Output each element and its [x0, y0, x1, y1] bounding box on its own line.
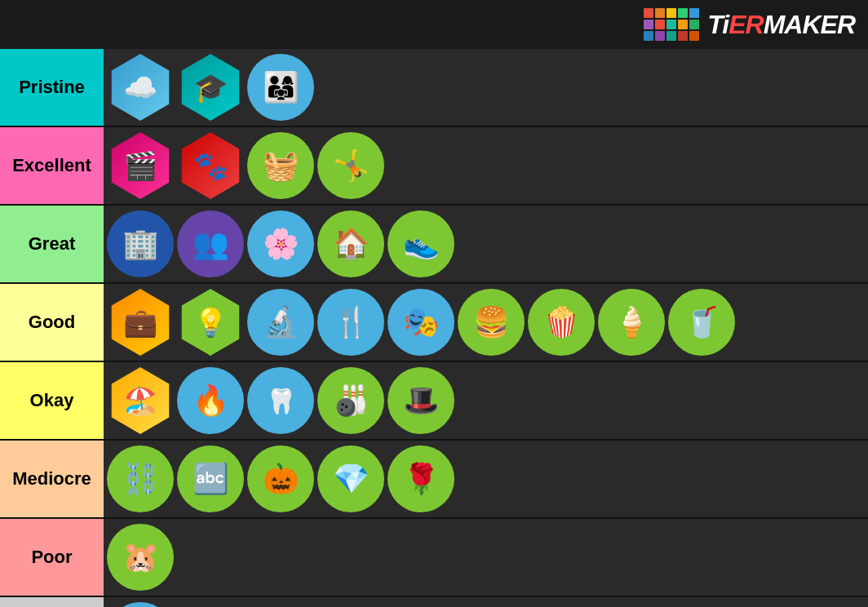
- tier-items-notowned: 📖: [104, 597, 868, 607]
- tier-row-notowned: Not Owned 📖: [0, 597, 868, 607]
- halloween-icon[interactable]: 🎃: [247, 445, 314, 512]
- icecream-icon[interactable]: 🍦: [598, 289, 665, 356]
- tier-label-excellent: Excellent: [0, 127, 104, 204]
- logo-cell: [689, 8, 699, 18]
- abc-icon[interactable]: 🔤: [177, 445, 244, 512]
- tier-label-poor: Poor: [0, 519, 104, 596]
- logo-cell: [689, 20, 699, 29]
- logo-cell: [666, 20, 676, 29]
- tiermaker-logo: TiERMAKER: [644, 8, 855, 41]
- tier-items-excellent: 🎬 🐾 🧺 🤸: [104, 127, 868, 204]
- popcorn-icon[interactable]: 🍿: [528, 289, 595, 356]
- tier-items-good: 💼 💡 🔬 🍴 🎭 🍔 🍿 🍦 🥤: [104, 284, 868, 361]
- logo-cell: [655, 31, 665, 41]
- science-icon[interactable]: 🔬: [247, 289, 314, 356]
- fitness-icon[interactable]: 👟: [388, 210, 454, 277]
- tier-label-great: Great: [0, 206, 104, 282]
- chain-icon[interactable]: ⛓️: [107, 445, 174, 512]
- logo-cell: [666, 8, 676, 18]
- tier-items-okay: 🏖️ 🔥 🦷 🎳 🎩: [104, 362, 868, 439]
- app-container: TiERMAKER Pristine ☁️ 🎓 👨‍👩‍👧 Excellent …: [0, 0, 868, 607]
- tier-label-okay: Okay: [0, 362, 104, 439]
- laundry-icon[interactable]: 🧺: [247, 132, 314, 199]
- family-icon[interactable]: 👨‍👩‍👧: [247, 54, 314, 121]
- logo-text: TiERMAKER: [707, 10, 855, 40]
- magic-icon[interactable]: 🎩: [388, 367, 454, 434]
- tier-row-okay: Okay 🏖️ 🔥 🦷 🎳 🎩: [0, 362, 868, 441]
- logo-cell: [644, 8, 653, 18]
- building-icon[interactable]: 🏢: [107, 210, 174, 277]
- rose-icon[interactable]: 🌹: [388, 445, 454, 512]
- weather-icon[interactable]: ☁️: [107, 54, 174, 121]
- tier-label-notowned: Not Owned: [0, 597, 104, 607]
- tier-list: Pristine ☁️ 🎓 👨‍👩‍👧 Excellent 🎬 🐾 🧺 🤸: [0, 49, 868, 607]
- tier-label-good: Good: [0, 284, 104, 361]
- tier-label-mediocre: Mediocre: [0, 441, 104, 517]
- film-icon[interactable]: 🎬: [107, 132, 174, 199]
- pets-icon[interactable]: 🐾: [177, 132, 244, 199]
- logo-cell: [689, 31, 699, 41]
- bonfire-icon[interactable]: 🔥: [177, 367, 244, 434]
- book-icon[interactable]: 📖: [107, 602, 174, 607]
- home-icon[interactable]: 🏠: [317, 210, 384, 277]
- logo-cell: [678, 20, 688, 29]
- drink-icon[interactable]: 🥤: [668, 289, 735, 356]
- tier-row-mediocre: Mediocre ⛓️ 🔤 🎃 💎 🌹: [0, 441, 868, 519]
- logo-cell: [655, 20, 665, 29]
- logo-cell: [666, 31, 676, 41]
- food-icon[interactable]: 🍔: [458, 289, 525, 356]
- education-icon[interactable]: 🎓: [177, 54, 244, 121]
- tier-row-excellent: Excellent 🎬 🐾 🧺 🤸: [0, 127, 868, 206]
- tier-row-good: Good 💼 💡 🔬 🍴 🎭 🍔 🍿 🍦 🥤: [0, 284, 868, 362]
- tier-label-pristine: Pristine: [0, 49, 104, 126]
- tier-row-great: Great 🏢 👥 🌸 🏠 👟: [0, 206, 868, 284]
- tier-row-poor: Poor 🐹: [0, 519, 868, 597]
- tier-items-mediocre: ⛓️ 🔤 🎃 💎 🌹: [104, 441, 868, 517]
- dining-icon[interactable]: 🍴: [317, 289, 384, 356]
- tier-items-great: 🏢 👥 🌸 🏠 👟: [104, 206, 868, 282]
- logo-cell: [678, 8, 688, 18]
- diamond-icon[interactable]: 💎: [317, 445, 384, 512]
- tier-items-pristine: ☁️ 🎓 👨‍👩‍👧: [104, 49, 868, 126]
- tier-row-pristine: Pristine ☁️ 🎓 👨‍👩‍👧: [0, 49, 868, 127]
- activity-icon[interactable]: 🤸: [317, 132, 384, 199]
- logo-cell: [644, 31, 653, 41]
- work-icon[interactable]: 💼: [107, 289, 174, 356]
- vacation-icon[interactable]: 🏖️: [107, 367, 174, 434]
- logo-cell: [655, 8, 665, 18]
- logo-cell: [644, 20, 653, 29]
- logo-cell: [678, 31, 688, 41]
- community-icon[interactable]: 👥: [177, 210, 244, 277]
- tier-items-poor: 🐹: [104, 519, 868, 596]
- logo-grid: [644, 8, 699, 41]
- theater-icon[interactable]: 🎭: [388, 289, 454, 356]
- nature-icon[interactable]: 🌸: [247, 210, 314, 277]
- header: TiERMAKER: [0, 0, 868, 49]
- horror-icon[interactable]: 🦷: [247, 367, 314, 434]
- eco-icon[interactable]: 💡: [177, 289, 244, 356]
- hamster-icon[interactable]: 🐹: [107, 524, 174, 591]
- bowling-icon[interactable]: 🎳: [317, 367, 384, 434]
